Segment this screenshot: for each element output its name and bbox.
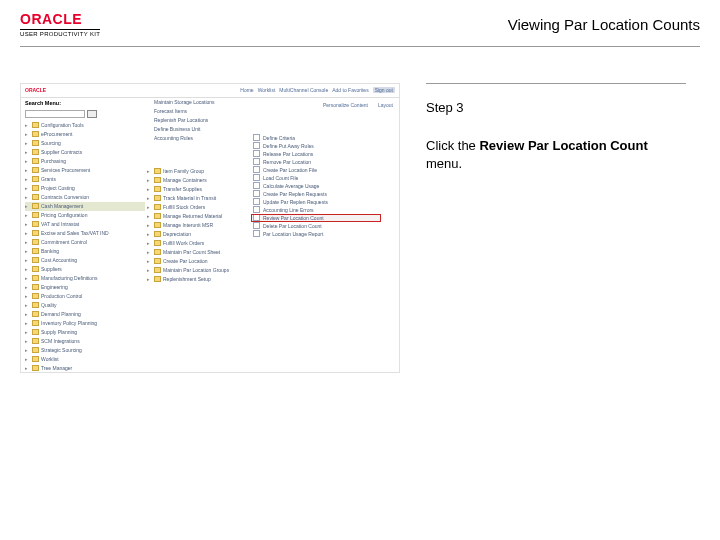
nav-folder[interactable]: Supplier Contracts (25, 148, 145, 157)
folder-label: Supply Planning (41, 329, 77, 335)
nav-leaf-item[interactable]: Define Criteria (251, 134, 381, 142)
nav-leaf-item[interactable]: Par Location Usage Report (251, 230, 381, 238)
subitem-label: Replenish Par Locations (154, 117, 208, 123)
nav-folder[interactable]: Commitment Control (25, 238, 145, 247)
nav-folder[interactable]: Demand Planning (25, 310, 145, 319)
nav-leaf-item[interactable]: Create Par Replen Requests (251, 190, 381, 198)
folder-icon (32, 131, 39, 137)
folder-label: Item Family Group (163, 168, 204, 174)
nav-subfolder[interactable]: Fulfill Stock Orders (147, 203, 257, 212)
nav-leaf-item[interactable]: Define Put Away Rules (251, 142, 381, 150)
nav-folder[interactable]: Strategic Sourcing (25, 346, 145, 355)
nav-subfolder[interactable]: Depreciation (147, 230, 257, 239)
nav-subitem[interactable]: Replenish Par Locations (147, 116, 257, 125)
nav-subfolder[interactable]: Item Family Group (147, 167, 257, 176)
folder-label: Demand Planning (41, 311, 81, 317)
nav-subfolder[interactable]: Create Par Location (147, 257, 257, 266)
nav-folder[interactable]: Worklist (25, 355, 145, 364)
nav-subfolder[interactable]: Maintain Par Location Groups (147, 266, 257, 275)
nav-folder[interactable]: SCM Integrations (25, 337, 145, 346)
nav-leaf-item[interactable]: Remove Par Location (251, 158, 381, 166)
nav-leaf-item[interactable]: Update Par Replen Requests (251, 198, 381, 206)
nav-leaf-item[interactable]: Accounting Line Errors (251, 206, 381, 214)
folder-icon (154, 177, 161, 183)
folder-icon (154, 186, 161, 192)
leaf-label: Accounting Line Errors (263, 207, 314, 213)
folder-label: Sourcing (41, 140, 61, 146)
nav-folder[interactable]: Services Procurement (25, 166, 145, 175)
folder-label: Suppliers (41, 266, 62, 272)
nav-folder[interactable]: Grants (25, 175, 145, 184)
nav-subfolder[interactable]: Transfer Supplies (147, 185, 257, 194)
nav-folder[interactable]: eProcurement (25, 130, 145, 139)
folder-icon (32, 248, 39, 254)
nav-subfolder[interactable]: Maintain Par Count Sheet (147, 248, 257, 257)
nav-subfolder[interactable]: Replenishment Setup (147, 275, 257, 284)
nav-leaf-item[interactable]: Create Par Location File (251, 166, 381, 174)
nav-folder[interactable]: Suppliers (25, 265, 145, 274)
nav-leaf-item[interactable]: Delete Par Location Count (251, 222, 381, 230)
nav-folder[interactable]: Banking (25, 247, 145, 256)
folder-label: Banking (41, 248, 59, 254)
nav-folder[interactable]: Pricing Configuration (25, 211, 145, 220)
review-par-location-count-menu[interactable]: Review Par Location Count (251, 214, 381, 222)
nav-folder[interactable]: Manufacturing Definitions (25, 274, 145, 283)
nav-folder[interactable]: Inventory Policy Planning (25, 319, 145, 328)
app-nav-link[interactable]: Add to Favorites (332, 87, 368, 93)
folder-label: Manage Containers (163, 177, 207, 183)
folder-label: Tree Manager (41, 365, 72, 371)
nav-subfolder[interactable]: Manage Containers (147, 176, 257, 185)
folder-icon (32, 365, 39, 371)
folder-label: Replenishment Setup (163, 276, 211, 282)
folder-label: Grants (41, 176, 56, 182)
nav-folder[interactable]: Cash Management (25, 202, 145, 211)
folder-label: Track Material in Transit (163, 195, 216, 201)
nav-folder[interactable]: Purchasing (25, 157, 145, 166)
nav-folder[interactable]: Tree Manager (25, 364, 145, 373)
search-input[interactable] (25, 110, 85, 118)
leaf-label: Load Count File (263, 175, 298, 181)
folder-icon (154, 249, 161, 255)
nav-subfolder[interactable]: Manage Interunit MSR (147, 221, 257, 230)
folder-label: Purchasing (41, 158, 66, 164)
leaf-label: Define Put Away Rules (263, 143, 314, 149)
nav-subfolder[interactable]: Track Material in Transit (147, 194, 257, 203)
nav-subitem[interactable]: Accounting Rules (147, 134, 257, 143)
subitem-label: Maintain Storage Locations (154, 99, 215, 105)
folder-label: SCM Integrations (41, 338, 80, 344)
search-go-button[interactable] (87, 110, 97, 118)
nav-subfolder[interactable]: Fulfill Work Orders (147, 239, 257, 248)
folder-icon (32, 230, 39, 236)
folder-icon (154, 231, 161, 237)
nav-subfolder[interactable]: Manage Returned Material (147, 212, 257, 221)
app-nav-link[interactable]: Worklist (258, 87, 276, 93)
app-nav-link[interactable]: Home (240, 87, 253, 93)
nav-leaf-item[interactable]: Calculate Average Usage (251, 182, 381, 190)
folder-icon (32, 275, 39, 281)
leaf-label: Release Par Locations (263, 151, 313, 157)
nav-folder[interactable]: Production Control (25, 292, 145, 301)
nav-folder[interactable]: Project Costing (25, 184, 145, 193)
nav-folder[interactable]: Sourcing (25, 139, 145, 148)
nav-subitem[interactable]: Forecast Items (147, 107, 257, 116)
app-nav-link[interactable]: MultiChannel Console (279, 87, 328, 93)
signout-link[interactable]: Sign out (373, 87, 395, 93)
nav-folder[interactable]: VAT and Intrastat (25, 220, 145, 229)
folder-icon (32, 221, 39, 227)
nav-folder[interactable]: Configuration Tools (25, 121, 145, 130)
folder-icon (32, 257, 39, 263)
folder-label: Depreciation (163, 231, 191, 237)
nav-folder[interactable]: Cost Accounting (25, 256, 145, 265)
nav-folder[interactable]: Engineering (25, 283, 145, 292)
nav-subitem[interactable]: Maintain Storage Locations (147, 98, 257, 107)
nav-subitem[interactable]: Define Business Unit (147, 125, 257, 134)
nav-folder[interactable]: Excise and Sales Tax/VAT IND (25, 229, 145, 238)
nav-folder[interactable]: Quality (25, 301, 145, 310)
folder-icon (32, 329, 39, 335)
folder-icon (154, 195, 161, 201)
nav-folder[interactable]: Contracts Conversion (25, 193, 145, 202)
folder-icon (32, 338, 39, 344)
nav-folder[interactable]: Supply Planning (25, 328, 145, 337)
nav-leaf-item[interactable]: Load Count File (251, 174, 381, 182)
nav-leaf-item[interactable]: Release Par Locations (251, 150, 381, 158)
